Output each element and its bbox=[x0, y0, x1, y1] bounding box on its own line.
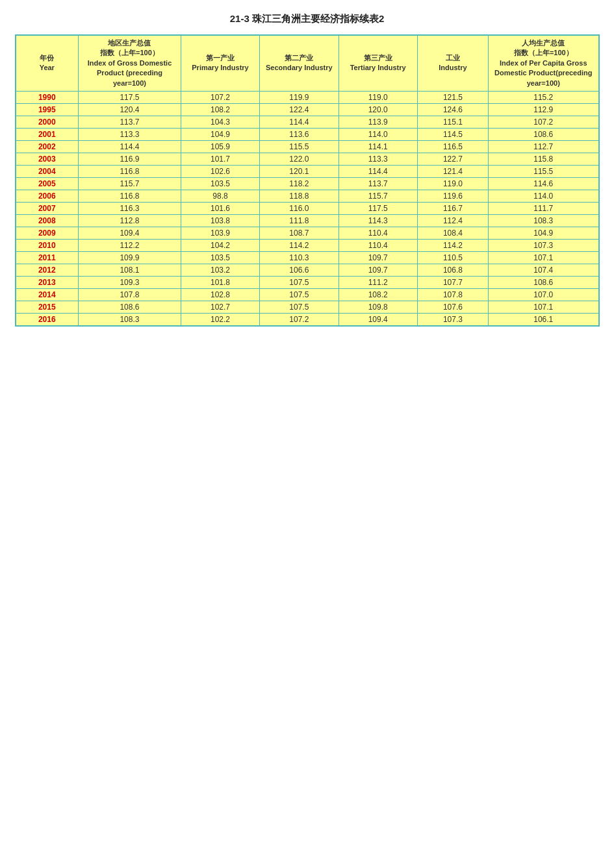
cell-industry: 119.6 bbox=[417, 190, 488, 202]
cell-secondary: 122.4 bbox=[260, 103, 339, 116]
cell-primary: 101.7 bbox=[181, 153, 259, 165]
table-row: 2013109.3101.8107.5111.2107.7108.6 bbox=[16, 276, 599, 288]
cell-industry: 121.5 bbox=[417, 91, 488, 103]
cell-secondary: 107.5 bbox=[260, 301, 339, 313]
table-row: 2016108.3102.2107.2109.4107.3106.1 bbox=[16, 313, 599, 326]
table-row: 2004116.8102.6120.1114.4121.4115.5 bbox=[16, 165, 599, 177]
cell-year: 2011 bbox=[16, 251, 79, 264]
cell-percapita: 108.6 bbox=[489, 128, 599, 140]
cell-year: 1995 bbox=[16, 103, 79, 116]
cell-secondary: 107.5 bbox=[260, 276, 339, 288]
cell-percapita: 108.6 bbox=[489, 276, 599, 288]
cell-tertiary: 110.4 bbox=[339, 227, 417, 239]
cell-tertiary: 109.8 bbox=[339, 301, 417, 313]
cell-industry: 106.8 bbox=[417, 264, 488, 276]
cell-primary: 105.9 bbox=[181, 140, 259, 153]
cell-year: 2010 bbox=[16, 239, 79, 251]
cell-gdp: 120.4 bbox=[79, 103, 181, 116]
cell-primary: 98.8 bbox=[181, 190, 259, 202]
cell-year: 2003 bbox=[16, 153, 79, 165]
cell-primary: 102.7 bbox=[181, 301, 259, 313]
header-secondary: 第二产业 Secondary Industry bbox=[260, 35, 339, 91]
table-row: 2014107.8102.8107.5108.2107.8107.0 bbox=[16, 288, 599, 301]
cell-secondary: 106.6 bbox=[260, 264, 339, 276]
header-primary: 第一产业 Primary Industry bbox=[181, 35, 259, 91]
cell-percapita: 107.1 bbox=[489, 251, 599, 264]
cell-primary: 101.6 bbox=[181, 202, 259, 214]
cell-year: 2004 bbox=[16, 165, 79, 177]
cell-tertiary: 120.0 bbox=[339, 103, 417, 116]
table-row: 2007116.3101.6116.0117.5116.7111.7 bbox=[16, 202, 599, 214]
cell-primary: 103.8 bbox=[181, 214, 259, 227]
cell-secondary: 111.8 bbox=[260, 214, 339, 227]
cell-industry: 112.4 bbox=[417, 214, 488, 227]
cell-industry: 121.4 bbox=[417, 165, 488, 177]
cell-year: 2006 bbox=[16, 190, 79, 202]
cell-gdp: 116.9 bbox=[79, 153, 181, 165]
cell-gdp: 115.7 bbox=[79, 177, 181, 190]
cell-secondary: 118.8 bbox=[260, 190, 339, 202]
table-row: 1990117.5107.2119.9119.0121.5115.2 bbox=[16, 91, 599, 103]
cell-industry: 107.8 bbox=[417, 288, 488, 301]
cell-tertiary: 113.3 bbox=[339, 153, 417, 165]
table-row: 1995120.4108.2122.4120.0124.6112.9 bbox=[16, 103, 599, 116]
cell-secondary: 114.2 bbox=[260, 239, 339, 251]
cell-primary: 102.8 bbox=[181, 288, 259, 301]
cell-percapita: 112.7 bbox=[489, 140, 599, 153]
table-row: 2002114.4105.9115.5114.1116.5112.7 bbox=[16, 140, 599, 153]
cell-tertiary: 111.2 bbox=[339, 276, 417, 288]
cell-year: 2001 bbox=[16, 128, 79, 140]
cell-primary: 103.9 bbox=[181, 227, 259, 239]
table-row: 2005115.7103.5118.2113.7119.0114.6 bbox=[16, 177, 599, 190]
cell-primary: 103.5 bbox=[181, 251, 259, 264]
cell-primary: 103.2 bbox=[181, 264, 259, 276]
cell-primary: 107.2 bbox=[181, 91, 259, 103]
cell-percapita: 104.9 bbox=[489, 227, 599, 239]
cell-tertiary: 114.3 bbox=[339, 214, 417, 227]
main-table: 年份 Year 地区生产总值 指数（上年=100） Index of Gross… bbox=[15, 34, 600, 327]
cell-primary: 103.5 bbox=[181, 177, 259, 190]
cell-year: 2012 bbox=[16, 264, 79, 276]
cell-primary: 102.6 bbox=[181, 165, 259, 177]
cell-tertiary: 115.7 bbox=[339, 190, 417, 202]
table-row: 2001113.3104.9113.6114.0114.5108.6 bbox=[16, 128, 599, 140]
cell-secondary: 115.5 bbox=[260, 140, 339, 153]
cell-percapita: 107.3 bbox=[489, 239, 599, 251]
cell-gdp: 112.8 bbox=[79, 214, 181, 227]
cell-secondary: 118.2 bbox=[260, 177, 339, 190]
cell-industry: 124.6 bbox=[417, 103, 488, 116]
cell-tertiary: 113.9 bbox=[339, 116, 417, 128]
cell-secondary: 120.1 bbox=[260, 165, 339, 177]
cell-secondary: 122.0 bbox=[260, 153, 339, 165]
cell-gdp: 114.4 bbox=[79, 140, 181, 153]
table-row: 2012108.1103.2106.6109.7106.8107.4 bbox=[16, 264, 599, 276]
cell-percapita: 115.8 bbox=[489, 153, 599, 165]
cell-gdp: 109.9 bbox=[79, 251, 181, 264]
cell-year: 2015 bbox=[16, 301, 79, 313]
cell-percapita: 106.1 bbox=[489, 313, 599, 326]
cell-gdp: 108.6 bbox=[79, 301, 181, 313]
cell-gdp: 108.3 bbox=[79, 313, 181, 326]
cell-year: 2008 bbox=[16, 214, 79, 227]
cell-industry: 115.1 bbox=[417, 116, 488, 128]
header-industry: 工业 Industry bbox=[417, 35, 488, 91]
cell-industry: 107.6 bbox=[417, 301, 488, 313]
cell-tertiary: 109.7 bbox=[339, 251, 417, 264]
cell-percapita: 107.0 bbox=[489, 288, 599, 301]
cell-gdp: 113.7 bbox=[79, 116, 181, 128]
table-row: 2000113.7104.3114.4113.9115.1107.2 bbox=[16, 116, 599, 128]
header-percapita: 人均生产总值 指数（上年=100） Index of Per Capita Gr… bbox=[489, 35, 599, 91]
cell-gdp: 113.3 bbox=[79, 128, 181, 140]
header-year: 年份 Year bbox=[16, 35, 79, 91]
cell-gdp: 109.4 bbox=[79, 227, 181, 239]
header-gdp: 地区生产总值 指数（上年=100） Index of Gross Domesti… bbox=[79, 35, 181, 91]
cell-industry: 107.3 bbox=[417, 313, 488, 326]
cell-secondary: 119.9 bbox=[260, 91, 339, 103]
table-body: 1990117.5107.2119.9119.0121.5115.2199512… bbox=[16, 91, 599, 326]
cell-year: 2013 bbox=[16, 276, 79, 288]
table-row: 2011109.9103.5110.3109.7110.5107.1 bbox=[16, 251, 599, 264]
cell-secondary: 116.0 bbox=[260, 202, 339, 214]
cell-primary: 101.8 bbox=[181, 276, 259, 288]
cell-gdp: 108.1 bbox=[79, 264, 181, 276]
cell-percapita: 107.2 bbox=[489, 116, 599, 128]
